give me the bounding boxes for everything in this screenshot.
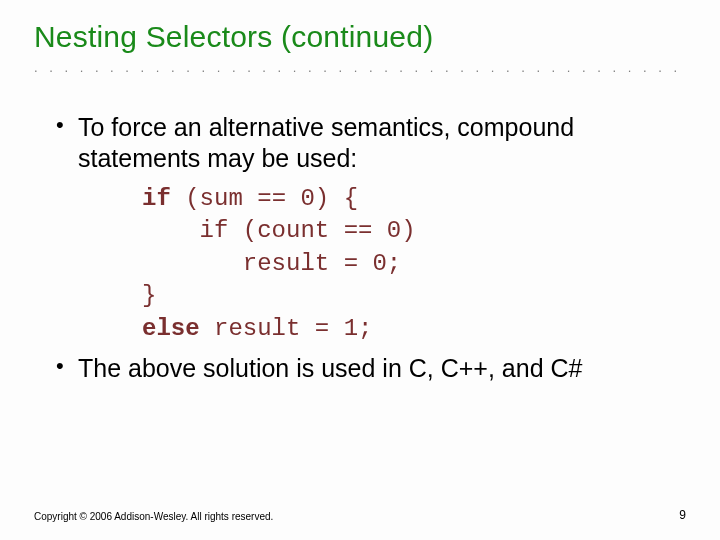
code-line: if (count == 0) xyxy=(142,217,416,244)
page-number: 9 xyxy=(679,508,686,522)
code-line: } xyxy=(142,282,156,309)
slide: Nesting Selectors (continued) . . . . . … xyxy=(0,0,720,540)
bullet-item: The above solution is used in C, C++, an… xyxy=(56,353,686,384)
title-underline-dots: . . . . . . . . . . . . . . . . . . . . … xyxy=(34,60,686,76)
code-keyword-if: if xyxy=(142,185,171,212)
bullet-text: The above solution is used in C, C++, an… xyxy=(78,354,582,382)
code-keyword-else: else xyxy=(142,315,200,342)
code-line: (sum == 0) { xyxy=(171,185,358,212)
bullet-list: To force an alternative semantics, compo… xyxy=(34,112,686,383)
code-block: if (sum == 0) { if (count == 0) result =… xyxy=(142,183,686,345)
code-line: result = 1; xyxy=(200,315,373,342)
bullet-text: To force an alternative semantics, compo… xyxy=(78,113,574,172)
slide-title: Nesting Selectors (continued) xyxy=(34,20,686,54)
copyright-footer: Copyright © 2006 Addison-Wesley. All rig… xyxy=(34,511,273,522)
bullet-item: To force an alternative semantics, compo… xyxy=(56,112,686,345)
code-line: result = 0; xyxy=(142,250,401,277)
